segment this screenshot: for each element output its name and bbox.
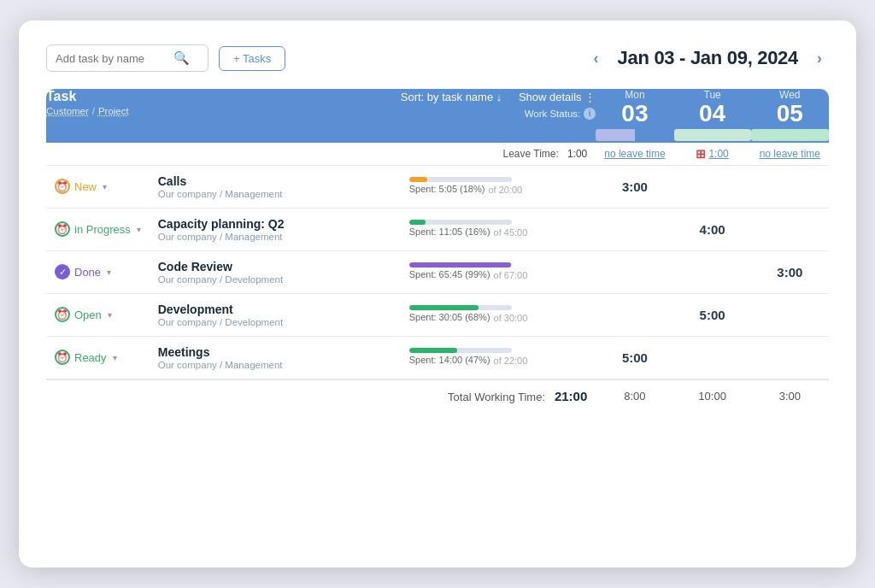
task-row: New ▾ Calls Our company / Management Spe… xyxy=(46,166,829,209)
chevron-icon-0: ▾ xyxy=(103,182,107,191)
status-badge-1[interactable]: in Progress ▾ xyxy=(55,221,141,237)
progress-fill-2 xyxy=(409,262,511,268)
total-row: Total Working Time: 21:00 8:00 10:00 3:0… xyxy=(46,379,829,412)
info-icon[interactable]: i xyxy=(584,108,596,120)
leave-tue-add[interactable]: ⊞ 1:00 xyxy=(683,147,743,161)
progress-inner-0: Spent: 5:05 (18%) of 20:00 xyxy=(409,177,587,197)
task-name-0[interactable]: Calls xyxy=(158,174,392,188)
leave-time-row: Leave Time: 1:00 no leave time ⊞ 1:00 no… xyxy=(46,143,829,166)
progress-of-4: of 22:00 xyxy=(494,356,528,366)
progress-inner-3: Spent: 30:05 (68%) of 30:00 xyxy=(409,305,587,325)
th-day-wed: Wed 05 xyxy=(751,89,829,127)
task-name-cell-3: Development Our company / Development xyxy=(150,294,401,337)
task-row: Done ▾ Code Review Our company / Develop… xyxy=(46,251,829,294)
leave-wed-link[interactable]: no leave time xyxy=(760,148,820,160)
status-badge-0[interactable]: New ▾ xyxy=(55,179,141,194)
add-tasks-button[interactable]: + Tasks xyxy=(219,46,285,71)
task-mon-4[interactable]: 5:00 xyxy=(596,337,673,379)
status-label-0: New xyxy=(74,180,97,193)
progress-row2-2: Spent: 65:45 (99%) of 67:00 xyxy=(409,269,587,282)
progress-inner-4: Spent: 14:00 (47%) of 22:00 xyxy=(409,348,587,368)
total-empty xyxy=(46,379,401,412)
leave-time-value: 1:00 xyxy=(567,148,587,160)
task-name-2[interactable]: Code Review xyxy=(158,260,392,273)
top-bar-left: 🔍 + Tasks xyxy=(46,44,285,72)
total-mon: 8:00 xyxy=(596,379,673,412)
task-sub-1: Our company / Management xyxy=(158,232,392,242)
search-icon: 🔍 xyxy=(173,50,190,66)
task-name-cell-1: Capacity planning: Q2 Our company / Mana… xyxy=(150,209,401,251)
progress-cell-0: Spent: 5:05 (18%) of 20:00 xyxy=(401,166,596,209)
task-row: in Progress ▾ Capacity planning: Q2 Our … xyxy=(46,209,829,251)
progress-spent-3: Spent: 30:05 (68%) xyxy=(409,312,490,322)
task-name-3[interactable]: Development xyxy=(158,303,392,316)
progress-fill-4 xyxy=(409,348,457,353)
task-wed-1 xyxy=(751,209,829,251)
task-row: Open ▾ Development Our company / Develop… xyxy=(46,294,829,337)
search-box[interactable]: 🔍 xyxy=(46,44,208,72)
leave-mon-cell: no leave time xyxy=(596,143,673,166)
task-name-1[interactable]: Capacity planning: Q2 xyxy=(158,217,392,231)
status-badge-4[interactable]: Ready ▾ xyxy=(55,350,141,365)
progress-track-1 xyxy=(409,220,512,225)
prev-week-button[interactable]: ‹ xyxy=(587,46,606,71)
sort-label[interactable]: Sort: by task name ↓ xyxy=(401,91,505,103)
task-tue-3[interactable]: 5:00 xyxy=(674,294,751,337)
progress-row2-1: Spent: 11:05 (16%) of 45:00 xyxy=(409,226,587,239)
progress-spent-2: Spent: 65:45 (99%) xyxy=(409,269,490,279)
progress-of-1: of 45:00 xyxy=(494,227,528,238)
show-details-button[interactable]: Show details ⋮ xyxy=(519,91,596,103)
task-tue-2 xyxy=(674,251,751,294)
progress-row1-2 xyxy=(409,262,587,268)
progress-cell-4: Spent: 14:00 (47%) of 22:00 xyxy=(401,337,596,379)
leave-mon-link[interactable]: no leave time xyxy=(604,148,665,160)
progress-fill-1 xyxy=(409,220,426,225)
progress-spent-0: Spent: 5:05 (18%) xyxy=(409,184,485,194)
status-icon-1 xyxy=(55,221,70,237)
progress-row1-4 xyxy=(409,348,587,353)
breadcrumb-sep: / xyxy=(92,106,95,116)
status-cell-3: Open ▾ xyxy=(46,294,150,337)
status-badge-3[interactable]: Open ▾ xyxy=(55,307,141,322)
task-name-4[interactable]: Meetings xyxy=(158,345,392,359)
status-icon-2 xyxy=(55,264,70,279)
chevron-icon-4: ▾ xyxy=(113,353,117,362)
task-wed-2[interactable]: 3:00 xyxy=(751,251,829,294)
th-sort-area: Sort: by task name ↓ Show details ⋮ Work… xyxy=(401,89,596,127)
status-icon-4 xyxy=(55,350,70,365)
status-cell-1: in Progress ▾ xyxy=(46,209,150,251)
leave-tue-cell: ⊞ 1:00 xyxy=(674,143,751,166)
th-day-tue: Tue 04 xyxy=(674,89,751,127)
progress-track-4 xyxy=(409,348,512,353)
leave-add-val[interactable]: 1:00 xyxy=(708,148,728,160)
task-sub-3: Our company / Development xyxy=(158,317,392,327)
progress-of-2: of 67:00 xyxy=(494,270,528,280)
task-mon-2 xyxy=(596,251,673,294)
header-row: Task Customer / Project Sort: by task na… xyxy=(46,89,829,127)
progress-cell-2: Spent: 65:45 (99%) of 67:00 xyxy=(401,251,596,294)
task-tue-1[interactable]: 4:00 xyxy=(674,209,751,251)
task-sub-4: Our company / Management xyxy=(158,360,392,370)
progress-row2-0: Spent: 5:05 (18%) of 20:00 xyxy=(409,184,587,197)
customer-link[interactable]: Customer xyxy=(46,106,89,116)
total-value: 21:00 xyxy=(555,389,587,403)
ws-bar-tue xyxy=(674,127,751,143)
th-day-mon: Mon 03 xyxy=(596,89,673,127)
status-label-3: Open xyxy=(74,309,102,321)
progress-spent-1: Spent: 11:05 (16%) xyxy=(409,226,490,237)
progress-inner-1: Spent: 11:05 (16%) of 45:00 xyxy=(409,220,587,239)
status-cell-2: Done ▾ xyxy=(46,251,150,294)
app-container: 🔍 + Tasks ‹ Jan 03 - Jan 09, 2024 › Task… xyxy=(19,21,856,567)
progress-row1-3 xyxy=(409,305,587,310)
search-input[interactable] xyxy=(56,52,167,65)
next-week-button[interactable]: › xyxy=(810,46,829,71)
progress-track-3 xyxy=(409,305,512,310)
progress-fill-0 xyxy=(409,177,428,182)
ws-empty-2 xyxy=(401,127,596,143)
project-link[interactable]: Project xyxy=(98,106,129,116)
progress-row2-3: Spent: 30:05 (68%) of 30:00 xyxy=(409,312,587,325)
task-mon-0[interactable]: 3:00 xyxy=(596,166,673,209)
progress-track-0 xyxy=(409,177,512,182)
status-badge-2[interactable]: Done ▾ xyxy=(55,264,141,279)
task-col-title: Task xyxy=(46,89,401,104)
